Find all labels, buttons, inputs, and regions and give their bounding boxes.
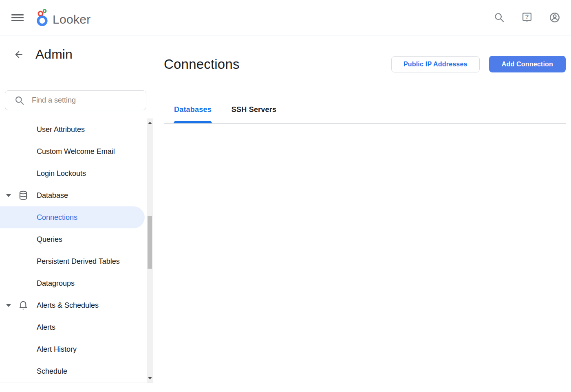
sidebar-item-label: Alert History xyxy=(0,345,77,354)
scrollbar-down-arrow[interactable] xyxy=(148,377,152,379)
sidebar-item-user-attributes[interactable]: User Attributes xyxy=(0,118,145,140)
sidebar-item-label: Alerts xyxy=(0,323,55,332)
sidebar-item-label: Datagroups xyxy=(0,279,75,288)
sidebar-item-label: Login Lockouts xyxy=(0,169,86,178)
sidebar-scrollbar[interactable] xyxy=(147,118,153,383)
connections-tabs: Databases SSH Servers xyxy=(164,104,566,124)
sidebar-title: Admin xyxy=(35,47,73,62)
sidebar-item-datagroups[interactable]: Datagroups xyxy=(0,272,145,294)
sidebar-item-label: Alerts & Schedules xyxy=(0,301,99,310)
sidebar-item-alerts-schedules[interactable]: Alerts & Schedules xyxy=(0,294,145,316)
looker-logo-icon xyxy=(35,8,50,27)
looker-logo[interactable]: Looker xyxy=(35,8,91,27)
sidebar-nav: User Attributes Custom Welcome Email Log… xyxy=(0,118,147,382)
tab-label: SSH Servers xyxy=(231,105,276,114)
find-setting-searchbox xyxy=(5,90,146,110)
search-input[interactable] xyxy=(32,96,142,105)
sidebar-item-connections[interactable]: Connections xyxy=(0,206,145,228)
sidebar-nav-scroll-area: User Attributes Custom Welcome Email Log… xyxy=(0,118,153,383)
admin-sidebar: Admin User Attributes Custom Welcome Ema… xyxy=(0,36,153,392)
scrollbar-up-arrow[interactable] xyxy=(148,122,152,124)
sidebar-item-label: Connections xyxy=(0,213,77,222)
topbar-actions: ? xyxy=(494,12,560,23)
sidebar-item-schedule[interactable]: Schedule xyxy=(0,360,145,382)
menu-icon[interactable] xyxy=(11,13,25,22)
sidebar-item-alerts[interactable]: Alerts xyxy=(0,316,145,338)
sidebar-item-login-lockouts[interactable]: Login Lockouts xyxy=(0,162,145,184)
database-icon xyxy=(18,190,29,201)
add-connection-button[interactable]: Add Connection xyxy=(489,56,566,72)
public-ip-addresses-button[interactable]: Public IP Addresses xyxy=(391,56,480,72)
svg-text:?: ? xyxy=(525,13,529,20)
scrollbar-thumb[interactable] xyxy=(148,216,152,269)
app-title: Looker xyxy=(53,13,91,27)
main-header: Connections Public IP Addresses Add Conn… xyxy=(164,56,566,72)
account-icon[interactable] xyxy=(549,12,560,23)
sidebar-item-label: Custom Welcome Email xyxy=(0,147,115,156)
page-title: Connections xyxy=(164,57,240,72)
sidebar-item-label: Schedule xyxy=(0,367,67,376)
search-icon xyxy=(14,95,25,106)
help-icon[interactable]: ? xyxy=(521,12,533,23)
sidebar-item-label: User Attributes xyxy=(0,125,85,134)
sidebar-item-database[interactable]: Database xyxy=(0,184,145,206)
sidebar-item-alert-history[interactable]: Alert History xyxy=(0,338,145,360)
sidebar-header: Admin xyxy=(0,47,153,62)
back-arrow-icon[interactable] xyxy=(13,49,24,60)
top-bar: Looker ? xyxy=(0,0,571,35)
search-icon[interactable] xyxy=(494,12,505,23)
sidebar-item-queries[interactable]: Queries xyxy=(0,228,145,250)
tab-label: Databases xyxy=(174,105,212,114)
main-content: Connections Public IP Addresses Add Conn… xyxy=(164,36,566,392)
tab-databases[interactable]: Databases xyxy=(174,104,212,123)
sidebar-item-label: Persistent Derived Tables xyxy=(0,257,120,266)
chevron-down-icon[interactable] xyxy=(6,194,11,197)
chevron-down-icon[interactable] xyxy=(6,304,11,307)
main-actions: Public IP Addresses Add Connection xyxy=(391,56,566,72)
sidebar-item-persistent-derived-tables[interactable]: Persistent Derived Tables xyxy=(0,250,145,272)
bell-icon xyxy=(18,300,29,311)
tab-ssh-servers[interactable]: SSH Servers xyxy=(231,104,276,123)
sidebar-item-custom-welcome-email[interactable]: Custom Welcome Email xyxy=(0,140,145,162)
sidebar-item-label: Queries xyxy=(0,235,62,244)
